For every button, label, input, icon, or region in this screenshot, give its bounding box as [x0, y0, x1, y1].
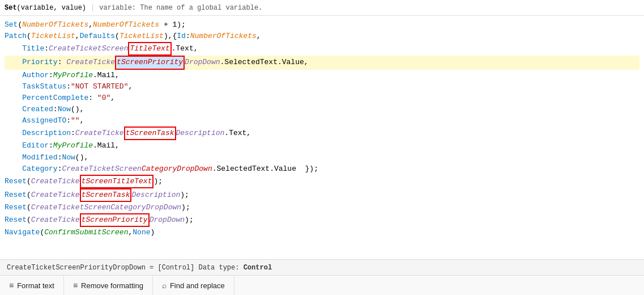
- code-line-14: Reset(CreateTicketScreenTitleText);: [5, 175, 639, 188]
- code-line-17: Reset(CreateTicketScreenPriorityDropDown…: [5, 213, 639, 227]
- find-replace-icon: ⌕: [162, 281, 167, 290]
- format-text-button[interactable]: ≡ Format text: [0, 276, 64, 295]
- find-replace-label: Find and replace: [170, 281, 225, 290]
- hint-params: (variable, value): [17, 4, 86, 12]
- remove-formatting-label: Remove formatting: [81, 281, 143, 290]
- code-line-16: Reset(CreateTicketScreenCategoryDropDown…: [5, 202, 639, 213]
- code-line-13: Category:CreateTicketScreenCategoryDropD…: [5, 163, 639, 175]
- find-replace-button[interactable]: ⌕ Find and replace: [153, 276, 234, 295]
- status-text: CreateTicketScreenPriorityDropDown = [Co…: [7, 264, 272, 272]
- hint-bar: Set(variable, value) | variable: The nam…: [0, 0, 644, 16]
- code-line-2: Patch(TicketList,Defaults(TicketList),{I…: [5, 31, 639, 42]
- code-line-12: Modified:Now(),: [5, 152, 639, 163]
- code-area[interactable]: Set(NumberOfTickets,NumberOfTickets + 1)…: [0, 16, 644, 259]
- status-label: CreateTicketScreenPriorityDropDown = [Co…: [7, 264, 244, 272]
- code-line-1: Set(NumberOfTickets,NumberOfTickets + 1)…: [5, 19, 639, 31]
- format-text-icon: ≡: [9, 281, 14, 290]
- remove-formatting-icon: ≡: [73, 281, 78, 290]
- code-line-5: Author:MyProfile.Mail,: [5, 70, 639, 81]
- bottom-toolbar: ≡ Format text ≡ Remove formatting ⌕ Find…: [0, 275, 644, 295]
- hint-description: variable: The name of a global variable.: [99, 4, 262, 12]
- main-content: ► Aa Ab .* 1 of 4 ← → ≡ ✕ Set(NumberOfTi…: [0, 16, 644, 259]
- code-line-9: AssignedTO:"",: [5, 115, 639, 127]
- status-datatype: Control: [244, 264, 272, 272]
- hint-divider: |: [91, 4, 95, 12]
- remove-formatting-button[interactable]: ≡ Remove formatting: [64, 276, 153, 295]
- hint-keyword: Set: [5, 4, 17, 12]
- code-line-10: Description:CreateTicketScreenTaskDescri…: [5, 127, 639, 140]
- code-line-18: Navigate(ConfirmSubmitScreen,None): [5, 227, 639, 238]
- code-line-15: Reset(CreateTicketScreenTaskDescription)…: [5, 188, 639, 202]
- code-line-11: Editor:MyProfile.Mail,: [5, 140, 639, 151]
- code-line-6: TaskStatus:"NOT STARTED",: [5, 81, 639, 92]
- code-line-3: Title:CreateTicketScreenTitleText.Text,: [5, 42, 639, 56]
- hint-function: Set(variable, value): [5, 4, 86, 12]
- format-text-label: Format text: [17, 281, 54, 290]
- status-bar: CreateTicketScreenPriorityDropDown = [Co…: [0, 259, 644, 275]
- code-line-4: Priority: CreateTicketScreenPriorityDrop…: [5, 56, 639, 69]
- code-line-8: Created:Now(),: [5, 104, 639, 115]
- code-line-7: PercentComplete: "0",: [5, 92, 639, 104]
